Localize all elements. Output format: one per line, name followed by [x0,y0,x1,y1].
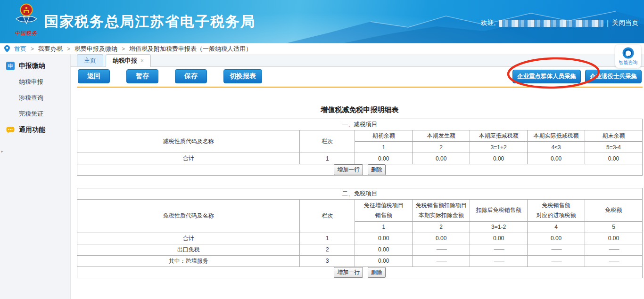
tab-home[interactable]: 主页 [77,54,103,66]
add-row-button[interactable]: 增加一行 [334,164,363,175]
main-content: 主页 纳税申报× 返回 暂存 保存 切换报表 企业重点群体人员采集 企业退役士兵… [71,54,644,299]
value-cell: 0.00 [355,233,413,244]
input-cell-export-sales[interactable]: 0.00 [355,244,413,255]
row-label-export-exempt: 出口免税 [77,244,300,255]
dash-cell: —— [528,244,585,255]
table-row: 其中：跨境服务 3 0.00 —— —— —— —— [77,255,643,267]
col-header-deduction-amount: 免税销售额扣除项目 本期实际扣除金额 [413,200,470,222]
headset-agent-icon [622,47,634,59]
tab-bar: 主页 纳税申报× [71,54,644,67]
tab-tax-declaration[interactable]: 纳税申报× [106,54,151,67]
chat-bubble-icon [6,127,15,134]
value-cell: 0.00 [585,153,643,164]
row-num: 1 [300,233,355,244]
col-num: 4≤3 [528,142,585,153]
breadcrumb-item-taxes[interactable]: 我要办税 [38,45,63,53]
dash-cell: —— [528,255,585,267]
dash-cell: —— [413,255,470,267]
col-header-ending-balance: 期末余额 [585,130,643,142]
col-num: 1 [355,221,413,233]
value-cell: 0.00 [355,153,413,164]
page: 中国税务 国家税务总局江苏省电子税务局 欢迎, | 关闭当页 首页 > 我要办税… [0,0,644,299]
reduction-items-table: 一、减税项目 减税性质代码及名称 栏次 期初余额 本期发生额 本期应抵减税额 本… [77,119,643,176]
row-num: 3 [300,255,355,267]
toolbar: 返回 暂存 保存 切换报表 企业重点群体人员采集 企业退役士兵采集 [77,67,643,88]
welcome-text: 欢迎, [480,19,495,27]
input-cell-cross-border-sales[interactable]: 0.00 [355,255,413,267]
veteran-collect-button[interactable]: 企业退役士兵采集 [585,70,642,83]
col-num: 2 [413,142,470,153]
welcome-bar: 欢迎, | 关闭当页 [480,19,638,27]
sidebar-item-tax-certificate[interactable]: 完税凭证 [0,106,70,122]
col-header-input-tax: 免税销售额 对应的进项税额 [528,200,585,222]
exemption-items-table: 二、免税项目 免税性质代码及名称 栏次 免征增值税项目 销售额 免税销售额扣除项… [77,188,643,278]
sidebar-group-label: 申报缴纳 [19,62,45,70]
sidebar-item-tax-declaration[interactable]: 纳税申报 [0,74,70,90]
sidebar-item-tax-inquiry[interactable]: 涉税查询 [0,90,70,106]
site-title: 国家税务总局江苏省电子税务局 [44,12,256,32]
col-num: 5 [585,221,643,233]
table-actions-row: 增加一行 删除 [77,267,643,278]
row-label-total: 合计 [77,153,300,164]
col-header-exempt-sales: 免征增值税项目 销售额 [355,200,413,222]
switch-report-button[interactable]: 切换报表 [223,69,262,83]
col-header-reduction-code-name: 减税性质代码及名称 [77,130,300,153]
tab-tax-declaration-label: 纳税申报 [113,57,137,64]
row-num: 2 [300,244,355,255]
col-header-opening-balance: 期初余额 [355,130,413,142]
back-button[interactable]: 返回 [78,69,110,83]
col-num: 1 [355,142,413,153]
breadcrumb-separator: > [122,46,125,52]
breadcrumb-item-declare-pay[interactable]: 税费申报及缴纳 [74,45,117,53]
breadcrumb: 首页 > 我要办税 > 税费申报及缴纳 > 增值税及附加税费申报表（一般纳税人适… [0,43,644,54]
temp-save-button[interactable]: 暂存 [126,69,158,83]
breadcrumb-current-page: 增值税及附加税费申报表（一般纳税人适用） [129,45,252,53]
delete-row-button[interactable]: 删除 [368,267,386,278]
sidebar-group-label: 通用功能 [19,126,45,134]
section-title-exemption: 二、免税项目 [77,188,643,200]
col-num: 3=1+2 [470,142,528,153]
col-header-column: 栏次 [300,200,355,233]
tab-close-icon[interactable]: × [140,57,144,64]
smart-consult-widget[interactable]: 智能咨询 [615,45,641,68]
breadcrumb-home[interactable]: 首页 [14,45,26,53]
table-row: 合计 1 0.00 0.00 0.00 0.00 0.00 [77,153,643,164]
table-row: 合计 1 0.00 0.00 0.00 0.00 0.00 [77,233,643,244]
tab-home-label: 主页 [84,57,96,64]
dash-cell: —— [470,244,528,255]
col-num: 4 [528,221,585,233]
save-button[interactable]: 保存 [175,69,207,83]
sidebar-group-declare-pay[interactable]: 申 申报缴纳 [0,58,70,74]
section-title-reduction: 一、减税项目 [77,119,643,130]
value-cell: 0.00 [528,153,585,164]
col-num: 5=3-4 [585,142,643,153]
table-row: 出口免税 2 0.00 —— —— —— —— [77,244,643,255]
col-header-column: 栏次 [300,130,355,153]
table-actions-row: 增加一行 删除 [77,164,643,176]
col-num: 3=1-2 [470,221,528,233]
welcome-divider: | [607,19,609,27]
add-row-button[interactable]: 增加一行 [334,267,363,278]
report-title: 增值税减免税申报明细表 [77,105,643,114]
col-header-current-actual-deducted: 本期实际抵减税额 [528,130,585,142]
delete-row-button[interactable]: 删除 [368,164,386,175]
dash-cell: —— [413,244,470,255]
key-group-personnel-collect-button[interactable]: 企业重点群体人员采集 [512,70,581,83]
close-page-link[interactable]: 关闭当页 [612,19,638,27]
value-cell: 0.00 [585,233,643,244]
app-header: 中国税务 国家税务总局江苏省电子税务局 欢迎, | 关闭当页 [0,0,644,43]
value-cell: 0.00 [528,233,585,244]
row-label-total: 合计 [77,233,300,244]
dash-cell: —— [585,255,643,267]
value-cell: 0.00 [470,153,528,164]
value-cell: 0.00 [470,233,528,244]
tax-bureau-logo: 中国税务 [11,3,41,37]
welcome-name-redacted [499,20,603,27]
col-header-exemption-code-name: 免税性质代码及名称 [77,200,300,233]
breadcrumb-separator: > [31,46,34,52]
col-header-current-deductible: 本期应抵减税额 [470,130,528,142]
sidebar-group-common-functions[interactable]: 通用功能 [0,122,70,138]
smart-consult-label: 智能咨询 [619,59,638,66]
dash-cell: —— [585,244,643,255]
sidebar-collapse-handle[interactable]: ▸ [0,144,4,158]
